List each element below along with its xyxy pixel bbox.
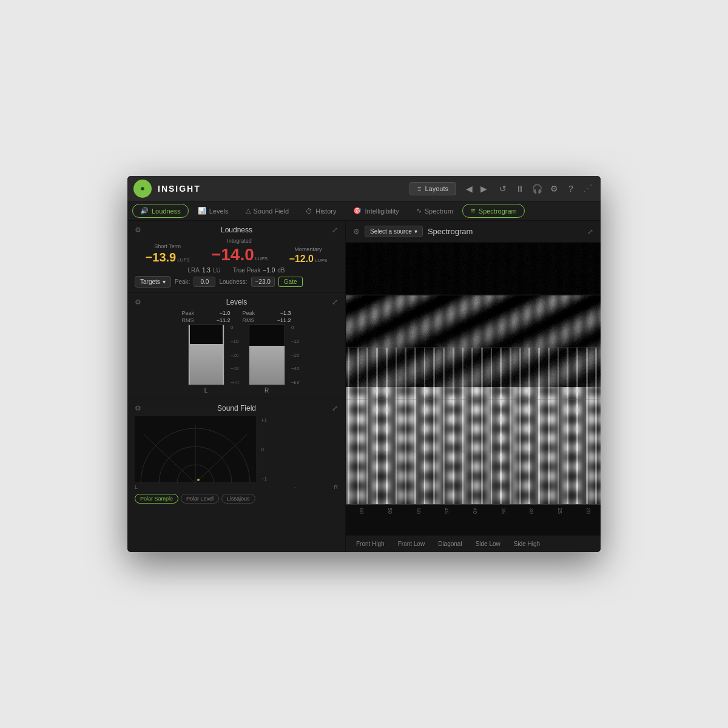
tab-bar: 🔊 Loudness 📊 Levels △ Sound Field ⏱ Hist… [127, 201, 601, 221]
front-low-tab[interactable]: Front Low [393, 538, 430, 550]
polar-sample-button[interactable]: Polar Sample [135, 494, 178, 504]
spectrogram-settings-icon[interactable]: ⚙ [353, 228, 360, 236]
spectrogram-header: ⚙ Select a source ▾ Spectrogram ⤢ [346, 221, 601, 243]
right-rms-labels: RMS −11.2 [243, 317, 291, 323]
sound-field-header: ⚙ Sound Field ⤢ [135, 404, 338, 413]
nav-prev-button[interactable]: ◀ [462, 182, 476, 195]
loudness-header: ⚙ Loudness ⤢ [135, 226, 338, 234]
left-scale: 0−10−20−40−Inf [231, 325, 239, 385]
loudness-value[interactable]: −23.0 [251, 277, 275, 287]
levels-expand-icon[interactable]: ⤢ [332, 298, 338, 306]
tab-sound-field[interactable]: △ Sound Field [238, 204, 297, 218]
right-peak-label: Peak [243, 310, 255, 316]
loudness-settings-icon[interactable]: ⚙ [135, 226, 141, 234]
freq-axis-container [346, 505, 601, 535]
left-rms-labels: RMS −11.2 [182, 317, 231, 323]
tab-history[interactable]: ⏱ History [298, 204, 344, 218]
sound-field-title: Sound Field [141, 404, 332, 413]
momentary-unit: LUFS [315, 258, 327, 263]
polar-level-button[interactable]: Polar Level [181, 494, 219, 504]
dropdown-arrow-icon: ▾ [163, 278, 166, 285]
main-content: ⚙ Loudness ⤢ Short Term −13.9 LUFS [127, 221, 601, 552]
polar-dot: · [294, 484, 296, 490]
left-peak-value: −1.0 [220, 310, 231, 316]
polar-right-label: R [334, 484, 339, 490]
lra-unit: LU [213, 267, 221, 274]
momentary-label: Momentary [289, 246, 327, 252]
history-icon: ⏱ [306, 207, 312, 215]
loudness-title: Loudness [141, 226, 332, 234]
levels-section: ⚙ Levels ⤢ Peak −1.0 RMS −11.2 [127, 293, 345, 399]
peak-value[interactable]: 0.0 [194, 277, 215, 287]
tab-levels[interactable]: 📊 Levels [190, 204, 237, 218]
sound-field-expand-icon[interactable]: ⤢ [332, 404, 338, 413]
spectrogram-area [346, 243, 601, 504]
short-term-meter: Short Term −13.9 LUFS [146, 243, 190, 265]
source-dropdown[interactable]: Select a source ▾ [365, 226, 423, 237]
gate-button[interactable]: Gate [278, 277, 303, 287]
bottom-tabs: Front High Front Low Diagonal Side Low S… [346, 535, 601, 552]
settings-button[interactable]: ⚙ [547, 182, 561, 195]
polar-display: +10−1 [135, 416, 338, 483]
right-panel: ⚙ Select a source ▾ Spectrogram ⤢ Front … [346, 221, 601, 552]
layouts-button[interactable]: ≡ Layouts [410, 182, 456, 195]
polar-scale: +10−1 [261, 416, 267, 483]
loudness-expand-icon[interactable]: ⤢ [332, 226, 338, 234]
integrated-value: −14.0 [211, 245, 254, 265]
left-channel-labels: Peak −1.0 [182, 310, 231, 316]
side-low-tab[interactable]: Side Low [470, 538, 506, 550]
sound-field-settings-icon[interactable]: ⚙ [135, 404, 141, 413]
true-peak-label: True Peak [233, 267, 261, 274]
help-button[interactable]: ? [564, 182, 578, 195]
nav-next-button[interactable]: ▶ [477, 182, 490, 195]
right-rms-label: RMS [243, 317, 255, 323]
integrated-unit: LUFS [255, 256, 268, 261]
reset-button[interactable]: ↺ [496, 182, 510, 195]
targets-dropdown[interactable]: Targets ▾ [135, 276, 171, 288]
tab-levels-label: Levels [209, 207, 229, 215]
left-rms-label: RMS [182, 317, 194, 323]
side-high-tab[interactable]: Side High [508, 538, 545, 550]
spectrogram-expand-icon[interactable]: ⤢ [587, 228, 593, 236]
tab-spectrogram[interactable]: ≋ Spectrogram [462, 204, 525, 218]
short-term-value: −13.9 [146, 251, 177, 265]
spectrogram-bottom [346, 504, 601, 535]
diagonal-tab[interactable]: Diagonal [433, 538, 467, 550]
pause-button[interactable]: ⏸ [513, 182, 527, 195]
lra-value: 1.3 [202, 267, 211, 274]
sound-field-section: ⚙ Sound Field ⤢ +10−1 L · R Polar Sample [127, 399, 345, 552]
integrated-meter: Integrated −14.0 LUFS [211, 238, 268, 265]
left-meter-fill [189, 344, 224, 385]
loudness-label: Loudness: [219, 278, 247, 285]
tab-loudness[interactable]: 🔊 Loudness [132, 204, 189, 218]
levels-settings-icon[interactable]: ⚙ [135, 298, 141, 306]
right-rms-value: −11.2 [277, 317, 291, 323]
logo [133, 180, 152, 198]
spectrogram-icon: ≋ [470, 207, 476, 215]
tab-intelligibility[interactable]: 🎯 Intelligibility [345, 204, 406, 218]
front-high-tab[interactable]: Front High [351, 538, 390, 550]
tab-sound-field-label: Sound Field [254, 207, 289, 215]
more-button: ⋰ [581, 182, 595, 195]
right-peak-value: −1.3 [280, 310, 291, 316]
tab-intelligibility-label: Intelligibility [365, 207, 399, 215]
tab-history-label: History [315, 207, 336, 215]
true-peak-unit: dB [277, 267, 285, 274]
menu-icon: ≡ [417, 185, 421, 192]
left-panel: ⚙ Loudness ⤢ Short Term −13.9 LUFS [127, 221, 346, 552]
headphone-button[interactable]: 🎧 [530, 182, 544, 195]
loudness-icon: 🔊 [140, 207, 149, 215]
lissajous-button[interactable]: Lissajous [221, 494, 255, 504]
intelligibility-icon: 🎯 [353, 207, 362, 215]
left-rms-value: −11.2 [217, 317, 231, 323]
polar-canvas [135, 416, 256, 483]
left-channel-meter: Peak −1.0 RMS −11.2 [182, 310, 231, 395]
left-peak-label: Peak [182, 310, 195, 316]
loudness-controls: Targets ▾ Peak: 0.0 Loudness: −23.0 Gate [135, 276, 338, 288]
polar-lr: L · R [135, 484, 338, 490]
spectrum-icon: ∿ [416, 207, 422, 215]
short-term-label: Short Term [146, 243, 190, 249]
peak-label: Peak: [175, 278, 190, 285]
tab-spectrum[interactable]: ∿ Spectrum [408, 204, 461, 218]
levels-header: ⚙ Levels ⤢ [135, 298, 338, 306]
